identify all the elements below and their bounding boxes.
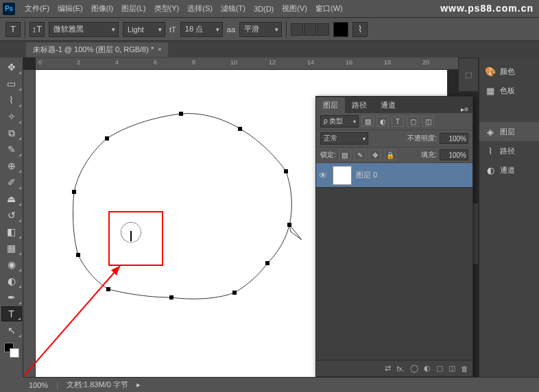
color-panel-tab[interactable]: 🎨 颜色 bbox=[479, 62, 539, 81]
toolbar: ✥ ▭ ⌇ ✧ ⧉ ✎ ⊕ ✐ ⏏ ↺ ◧ ▦ ◉ ◐ ✒ T ↖ bbox=[0, 58, 23, 377]
layer-mask-icon[interactable]: ◯ bbox=[410, 364, 418, 373]
align-center-button[interactable] bbox=[304, 23, 316, 36]
menu-select[interactable]: 选择(S) bbox=[183, 1, 217, 16]
brush-tool[interactable]: ✐ bbox=[1, 175, 22, 190]
lock-all-icon[interactable]: 🔒 bbox=[384, 149, 396, 160]
document-tab[interactable]: 未标题-1 @ 100% (图层 0, RGB/8) * × bbox=[26, 42, 168, 57]
ruler-mark: 2 bbox=[77, 59, 80, 66]
path-anchor-handle[interactable] bbox=[265, 261, 270, 265]
menu-file[interactable]: 文件(F) bbox=[21, 1, 53, 16]
history-brush-tool[interactable]: ↺ bbox=[1, 208, 22, 223]
paths-panel-tab[interactable]: ⌇ 路径 bbox=[479, 141, 539, 160]
document-info[interactable]: 文档:1.83M/0 字节 bbox=[67, 380, 128, 390]
menu-filter[interactable]: 滤镜(T) bbox=[217, 1, 250, 16]
lasso-tool[interactable]: ⌇ bbox=[1, 93, 22, 108]
healing-tool[interactable]: ⊕ bbox=[1, 158, 22, 173]
menu-3d[interactable]: 3D(D) bbox=[250, 2, 278, 16]
path-anchor-handle[interactable] bbox=[287, 223, 291, 227]
blend-mode-select[interactable]: 正常 bbox=[320, 132, 368, 145]
layers-panel-label: 图层 bbox=[500, 127, 515, 137]
opacity-input[interactable]: 100% bbox=[440, 133, 468, 144]
menu-type[interactable]: 类型(Y) bbox=[150, 1, 184, 16]
collapsed-dock[interactable]: ⬚ bbox=[458, 58, 479, 92]
adjustment-layer-icon[interactable]: ◐ bbox=[424, 364, 431, 373]
new-layer-icon[interactable]: ◫ bbox=[448, 364, 455, 373]
path-select-tool[interactable]: ↖ bbox=[1, 323, 22, 338]
channels-panel-tab[interactable]: ◐ 通道 bbox=[479, 160, 539, 180]
lock-pixels-icon[interactable]: ✎ bbox=[354, 149, 366, 160]
font-family-select[interactable]: 微软雅黑 bbox=[49, 22, 119, 37]
palette-icon: 🎨 bbox=[485, 66, 496, 77]
layer-item[interactable]: 👁 图层 0 bbox=[316, 163, 472, 188]
eyedropper-tool[interactable]: ✎ bbox=[1, 142, 22, 157]
delete-layer-icon[interactable]: 🗑 bbox=[461, 365, 468, 373]
align-left-button[interactable] bbox=[291, 23, 303, 36]
crop-tool[interactable]: ⧉ bbox=[1, 125, 22, 140]
text-color-swatch[interactable] bbox=[333, 22, 348, 37]
path-anchor-handle[interactable] bbox=[76, 253, 80, 257]
warp-text-icon[interactable]: ⌇ bbox=[352, 22, 368, 37]
visibility-toggle-icon[interactable]: 👁 bbox=[319, 171, 328, 180]
history-icon[interactable]: ⬚ bbox=[465, 71, 472, 79]
path-anchor-handle[interactable] bbox=[169, 295, 173, 299]
filter-shape-icon[interactable]: ▢ bbox=[407, 116, 419, 127]
layer-thumbnail[interactable] bbox=[333, 166, 352, 185]
filter-pixel-icon[interactable]: ▨ bbox=[361, 116, 374, 127]
filter-smart-icon[interactable]: ◫ bbox=[422, 116, 434, 127]
path-anchor-handle[interactable] bbox=[238, 127, 242, 131]
layer-kind-filter[interactable]: ρ 类型 bbox=[320, 115, 359, 127]
layer-name[interactable]: 图层 0 bbox=[356, 170, 377, 180]
path-anchor-handle[interactable] bbox=[284, 169, 288, 173]
layer-fx-icon[interactable]: fx. bbox=[396, 365, 405, 373]
menu-layer[interactable]: 图层(L) bbox=[117, 1, 149, 16]
menu-view[interactable]: 视图(V) bbox=[278, 1, 311, 16]
menu-image[interactable]: 图像(I) bbox=[87, 1, 117, 16]
type-tool[interactable]: T bbox=[1, 306, 22, 321]
marquee-tool[interactable]: ▭ bbox=[1, 76, 22, 91]
dodge-tool[interactable]: ◐ bbox=[1, 273, 22, 289]
lock-transparency-icon[interactable]: ▨ bbox=[339, 149, 351, 160]
blur-tool[interactable]: ◉ bbox=[1, 257, 22, 272]
tool-preset-icon[interactable]: T bbox=[5, 22, 21, 37]
pen-tool[interactable]: ✒ bbox=[1, 290, 22, 305]
tab-channels[interactable]: 通道 bbox=[374, 97, 403, 113]
link-layers-icon[interactable]: ⇄ bbox=[385, 364, 391, 373]
stamp-tool[interactable]: ⏏ bbox=[1, 191, 22, 206]
eraser-tool[interactable]: ◧ bbox=[1, 224, 22, 239]
antialias-select[interactable]: 平滑 bbox=[239, 22, 282, 37]
color-swatches[interactable] bbox=[0, 341, 23, 360]
panel-menu-icon[interactable]: ▸≡ bbox=[457, 106, 472, 113]
layer-list: 👁 图层 0 bbox=[316, 163, 472, 360]
gradient-tool[interactable]: ▦ bbox=[1, 241, 22, 256]
tab-paths[interactable]: 路径 bbox=[345, 97, 374, 113]
path-anchor-handle[interactable] bbox=[232, 291, 237, 295]
path-anchor-handle[interactable] bbox=[105, 136, 109, 140]
menu-window[interactable]: 窗口(W) bbox=[311, 1, 347, 16]
path-anchor-handle[interactable] bbox=[179, 112, 183, 116]
background-color[interactable] bbox=[10, 348, 19, 358]
orientation-toggle-icon[interactable]: ↕T bbox=[29, 22, 45, 37]
zoom-level[interactable]: 100% bbox=[29, 381, 48, 389]
wand-tool[interactable]: ✧ bbox=[1, 109, 22, 124]
filter-adjust-icon[interactable]: ◐ bbox=[376, 116, 389, 127]
text-cursor-icon: I bbox=[129, 228, 133, 245]
fill-input[interactable]: 100% bbox=[440, 149, 468, 160]
path-anchor-handle[interactable] bbox=[106, 287, 110, 291]
layer-group-icon[interactable]: ▢ bbox=[436, 364, 443, 373]
tab-layers[interactable]: 图层 bbox=[316, 97, 345, 113]
filter-type-icon[interactable]: T bbox=[392, 116, 404, 127]
menubar: Ps 文件(F) 编辑(E) 图像(I) 图层(L) 类型(Y) 选择(S) 滤… bbox=[0, 0, 539, 18]
menu-edit[interactable]: 编辑(E) bbox=[53, 1, 87, 16]
move-tool[interactable]: ✥ bbox=[1, 60, 22, 75]
layers-panel-tab[interactable]: ◈ 图层 bbox=[479, 122, 539, 141]
font-size-select[interactable]: 18 点 bbox=[180, 22, 223, 37]
info-chevron-icon[interactable]: ▸ bbox=[136, 380, 141, 389]
close-tab-icon[interactable]: × bbox=[158, 46, 161, 53]
swatches-panel-tab[interactable]: ▦ 色板 bbox=[479, 81, 539, 100]
align-right-button[interactable] bbox=[317, 23, 329, 36]
opacity-label: 不透明度: bbox=[407, 134, 437, 143]
lock-position-icon[interactable]: ✥ bbox=[369, 149, 381, 160]
color-panel-label: 颜色 bbox=[500, 66, 515, 77]
path-anchor-handle[interactable] bbox=[72, 190, 76, 194]
font-style-select[interactable]: Light bbox=[123, 22, 165, 37]
